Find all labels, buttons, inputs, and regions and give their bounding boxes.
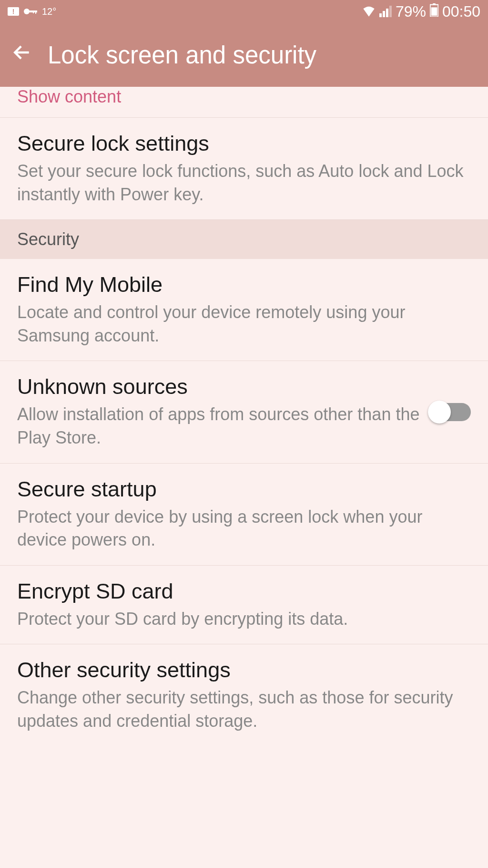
setting-encrypt-sd[interactable]: Encrypt SD card Protect your SD card by … xyxy=(0,566,488,645)
toggle-knob xyxy=(428,401,451,424)
item-subtitle: Change other security settings, such as … xyxy=(17,686,471,733)
unknown-sources-toggle[interactable] xyxy=(430,403,471,421)
item-title: Secure startup xyxy=(17,477,471,502)
settings-list[interactable]: Notifications on lock screen Show conten… xyxy=(0,87,488,868)
page-title: Lock screen and security xyxy=(48,41,316,69)
temperature: 12° xyxy=(42,6,56,17)
clock: 00:50 xyxy=(442,3,480,21)
item-title: Find My Mobile xyxy=(17,272,471,297)
svg-rect-3 xyxy=(33,10,34,13)
back-arrow-icon[interactable] xyxy=(11,42,32,68)
setting-secure-startup[interactable]: Secure startup Protect your device by us… xyxy=(0,464,488,566)
item-title: Encrypt SD card xyxy=(17,579,471,604)
signal-icon xyxy=(379,6,392,17)
item-title: Secure lock settings xyxy=(17,131,471,156)
battery-percentage: 79% xyxy=(396,3,426,21)
setting-notifications-lock[interactable]: Notifications on lock screen Show conten… xyxy=(0,87,488,118)
section-header-security: Security xyxy=(0,220,488,259)
item-subtitle: Protect your SD card by encrypting its d… xyxy=(17,608,471,631)
item-value: Show content xyxy=(17,87,471,107)
item-subtitle: Protect your device by using a screen lo… xyxy=(17,506,471,552)
item-title: Other security settings xyxy=(17,658,471,682)
sd-alert-icon xyxy=(8,7,19,16)
setting-unknown-sources[interactable]: Unknown sources Allow installation of ap… xyxy=(0,361,488,463)
key-icon xyxy=(24,6,37,17)
battery-icon xyxy=(430,3,438,21)
item-subtitle: Locate and control your device remotely … xyxy=(17,301,471,347)
status-left: 12° xyxy=(8,6,56,17)
status-right: 79% 00:50 xyxy=(362,3,480,21)
setting-find-my-mobile[interactable]: Find My Mobile Locate and control your d… xyxy=(0,259,488,361)
setting-secure-lock[interactable]: Secure lock settings Set your secure loc… xyxy=(0,118,488,220)
svg-rect-6 xyxy=(431,7,437,16)
setting-other-security[interactable]: Other security settings Change other sec… xyxy=(0,644,488,746)
wifi-icon xyxy=(362,3,376,21)
item-subtitle: Set your secure lock functions, such as … xyxy=(17,160,471,206)
item-subtitle: Allow installation of apps from sources … xyxy=(17,403,420,449)
item-title: Unknown sources xyxy=(17,374,420,399)
svg-rect-2 xyxy=(35,10,36,14)
status-bar: 12° 79% 00:50 xyxy=(0,0,488,23)
app-header: Lock screen and security xyxy=(0,23,488,87)
